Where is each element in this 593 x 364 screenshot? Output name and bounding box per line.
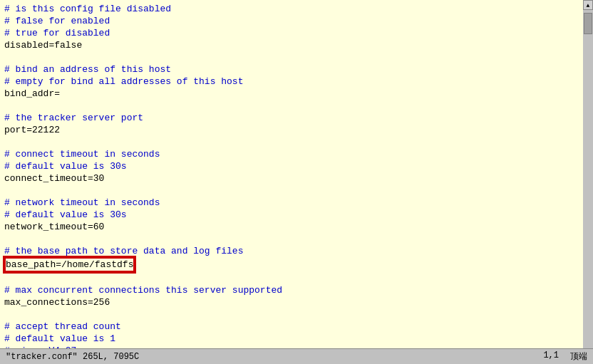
- code-line: base_path=/home/fastdfs: [4, 257, 579, 272]
- top-label: 顶端: [570, 350, 587, 363]
- line-content: # is this config file disabled# false fo…: [0, 0, 583, 348]
- code-line: # false for enabled: [4, 15, 579, 27]
- code-line: [4, 233, 579, 245]
- code-line: port=22122: [4, 124, 579, 136]
- scrollbar-thumb[interactable]: [584, 13, 592, 34]
- status-bar: "tracker.conf" 265L, 7095C 1,1 顶端: [0, 348, 593, 364]
- code-line: # default value is 1: [4, 333, 579, 345]
- scrollbar-up-button[interactable]: ▲: [583, 0, 593, 10]
- code-line: network_timeout=60: [4, 221, 579, 233]
- code-line: # the tracker server port: [4, 112, 579, 124]
- code-line: # default value is 30s: [4, 209, 579, 221]
- status-left: "tracker.conf" 265L, 7095C: [6, 352, 139, 362]
- status-right: 1,1 顶端: [543, 350, 587, 363]
- code-line: # empty for bind all addresses of this h…: [4, 76, 579, 88]
- code-line: # default value is 30s: [4, 160, 579, 172]
- editor-area: # is this config file disabled# false fo…: [0, 0, 593, 348]
- code-line: bind_addr=: [4, 88, 579, 100]
- code-line: disabled=false: [4, 39, 579, 51]
- scrollbar[interactable]: ▲: [583, 0, 593, 348]
- code-line: max_connections=256: [4, 296, 579, 308]
- code-line: # bind an address of this host: [4, 63, 579, 76]
- code-line: [4, 184, 579, 197]
- code-line: [4, 136, 579, 148]
- code-line: # true for disabled: [4, 27, 579, 39]
- file-info: "tracker.conf" 265L, 7095C: [6, 352, 139, 362]
- code-line: [4, 100, 579, 112]
- code-line: # network timeout in seconds: [4, 197, 579, 209]
- cursor-position: 1,1: [543, 350, 559, 363]
- code-line: # max concurrent connections this server…: [4, 284, 579, 296]
- code-line: # connect timeout in seconds: [4, 148, 579, 160]
- code-line: connect_timeout=30: [4, 172, 579, 184]
- code-line: # accept thread count: [4, 321, 579, 333]
- code-line: [4, 308, 579, 321]
- code-line: # since V4.07: [4, 345, 579, 348]
- code-line: [4, 272, 579, 284]
- code-line: [4, 51, 579, 63]
- code-line: # the base path to store data and log fi…: [4, 245, 579, 257]
- code-line: # is this config file disabled: [4, 3, 579, 15]
